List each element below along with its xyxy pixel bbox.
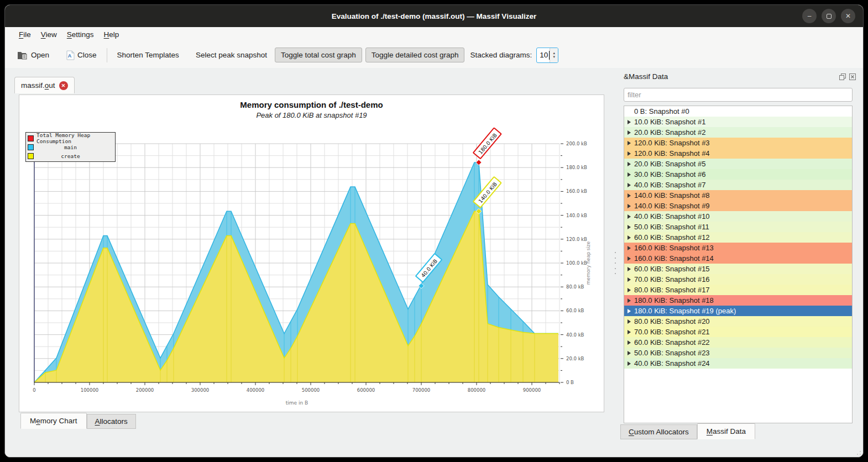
select-peak-snapshot-button[interactable]: Select peak snapshot [191,48,271,62]
expander-icon[interactable] [624,361,634,366]
expander-icon[interactable] [624,340,634,345]
snapshot-row-16[interactable]: 70.0 KiB: Snapshot #16 [624,274,852,285]
tab-allocators[interactable]: Allocators [87,414,136,429]
tab-close-icon[interactable]: ✕ [59,81,68,90]
snapshot-row-4[interactable]: 120.0 KiB: Snapshot #4 [624,148,852,159]
y-tick-label: 60.0 kB [566,308,584,313]
x-tick-label: 0 [33,387,35,393]
expander-icon[interactable] [624,120,634,124]
expander-icon[interactable] [624,267,634,271]
view-tabbar: Memory ChartAllocators [20,413,136,429]
snapshot-label: 180.0 KiB: Snapshot #18 [634,296,714,305]
snapshot-row-5[interactable]: 20.0 KiB: Snapshot #5 [624,159,852,169]
dock-float-icon[interactable] [839,73,846,81]
snapshot-row-13[interactable]: 160.0 KiB: Snapshot #13 [624,243,852,253]
menu-settings[interactable]: Settings [62,29,99,40]
expander-icon[interactable] [624,214,634,219]
spin-down-icon[interactable]: ▼ [552,55,556,59]
expander-icon[interactable] [624,141,634,145]
snapshot-row-9[interactable]: 140.0 KiB: Snapshot #9 [624,201,852,211]
tab-memory-chart[interactable]: Memory Chart [20,413,87,429]
y-tick-label: 100.0 kB [566,260,587,266]
snapshot-row-21[interactable]: 70.0 KiB: Snapshot #21 [624,327,852,337]
snapshot-row-3[interactable]: 120.0 KiB: Snapshot #3 [624,138,852,148]
snapshot-row-7[interactable]: 40.0 KiB: Snapshot #7 [624,180,852,190]
toggle-total-cost-button[interactable]: Toggle total cost graph [275,48,362,62]
tab-massif-data[interactable]: Massif Data [697,423,755,439]
minimize-button[interactable]: – [802,9,817,23]
size-grip[interactable] [854,448,861,455]
snapshot-row-6[interactable]: 30.0 KiB: Snapshot #6 [624,169,852,180]
snapshot-row-11[interactable]: 50.0 KiB: Snapshot #11 [624,222,852,232]
expander-icon[interactable] [624,309,634,313]
snapshot-row-12[interactable]: 60.0 KiB: Snapshot #12 [624,232,852,243]
snapshot-row-10[interactable]: 40.0 KiB: Snapshot #10 [624,211,852,222]
menu-help[interactable]: Help [99,29,124,40]
maximize-button[interactable] [822,9,836,23]
x-tick-label: 600000 [357,387,375,393]
tab-custom-allocators[interactable]: Custom Allocators [620,424,697,439]
snapshot-row-2[interactable]: 20.0 KiB: Snapshot #2 [624,127,852,138]
snapshot-row-15[interactable]: 60.0 KiB: Snapshot #15 [624,264,852,274]
expander-icon[interactable] [624,235,634,240]
snapshot-row-0[interactable]: 0 B: Snapshot #0 [624,106,852,117]
shorten-templates-button[interactable]: Shorten Templates [113,48,184,62]
legend-marker-icon [28,144,34,150]
tab-massif-out[interactable]: massif.out ✕ [14,77,75,93]
expander-icon[interactable] [624,183,634,187]
expander-icon[interactable] [624,225,634,229]
spinbox-value: 10 [537,48,549,62]
snapshot-row-22[interactable]: 60.0 KiB: Snapshot #22 [624,337,852,348]
spinbox-arrows[interactable]: ▲ ▼ [550,48,558,62]
close-window-button[interactable]: ✕ [841,9,855,23]
snapshot-row-24[interactable]: 40.0 KiB: Snapshot #24 [624,358,852,369]
window-title: Evaluation of ./test-demo (massif.out) —… [332,12,536,20]
snapshot-row-14[interactable]: 160.0 KiB: Snapshot #14 [624,253,852,264]
expander-icon[interactable] [624,151,634,156]
expander-icon[interactable] [624,246,634,250]
select-peak-label: Select peak snapshot [196,51,267,59]
snapshot-row-19[interactable]: 180.0 KiB: Snapshot #19 (peak) [624,306,852,316]
expander-icon[interactable] [624,162,634,166]
open-button[interactable]: Open [13,47,54,64]
snapshot-row-20[interactable]: 80.0 KiB: Snapshot #20 [624,316,852,327]
expander-icon[interactable] [624,256,634,261]
stacked-diagrams-spinbox[interactable]: 10 ▲ ▼ [536,48,558,63]
expander-icon[interactable] [624,277,634,282]
expander-icon[interactable] [624,130,634,135]
snapshot-row-8[interactable]: 140.0 KiB: Snapshot #8 [624,190,852,201]
expander-icon[interactable] [624,298,634,303]
titlebar[interactable]: Evaluation of ./test-demo (massif.out) —… [5,5,863,27]
splitter-handle[interactable] [613,252,618,274]
spin-up-icon[interactable]: ▲ [552,51,556,55]
legend-item: main [28,143,113,151]
expander-icon[interactable] [624,351,634,355]
y-tick-label: 160.0 kB [566,188,587,194]
snapshot-label: 70.0 KiB: Snapshot #16 [634,275,710,284]
toggle-detailed-label: Toggle detailed cost graph [372,51,459,59]
expander-icon[interactable] [624,193,634,198]
toggle-detailed-cost-button[interactable]: Toggle detailed cost graph [365,48,465,62]
menu-view[interactable]: View [36,29,62,40]
expander-icon[interactable] [624,319,634,324]
snapshot-list[interactable]: 0 B: Snapshot #010.0 KiB: Snapshot #120.… [624,106,853,423]
expander-icon[interactable] [624,288,634,292]
legend-label: main [36,144,104,150]
expander-icon[interactable] [624,204,634,208]
annotation-1800: 180.0 KiB [473,128,501,165]
snapshot-label: 40.0 KiB: Snapshot #24 [634,359,710,368]
expander-icon[interactable] [624,330,634,334]
snapshot-row-23[interactable]: 50.0 KiB: Snapshot #23 [624,348,852,358]
menu-file[interactable]: File [14,29,36,40]
close-file-button[interactable]: A Close [61,47,101,64]
content-area: massif.out ✕ 010000020000030000040000050… [5,68,863,457]
snapshot-row-1[interactable]: 10.0 KiB: Snapshot #1 [624,117,852,127]
snapshot-label: 50.0 KiB: Snapshot #23 [634,349,710,357]
expander-icon[interactable] [624,172,634,177]
snapshot-row-18[interactable]: 180.0 KiB: Snapshot #18 [624,295,852,306]
minimize-icon: – [808,12,812,20]
dock-close-icon[interactable] [849,73,856,81]
filter-input[interactable] [624,88,853,102]
massif-data-dock: &Massif Data 0 B: Snapshot #010.0 KiB: S… [623,68,861,457]
snapshot-row-17[interactable]: 80.0 KiB: Snapshot #17 [624,285,852,295]
